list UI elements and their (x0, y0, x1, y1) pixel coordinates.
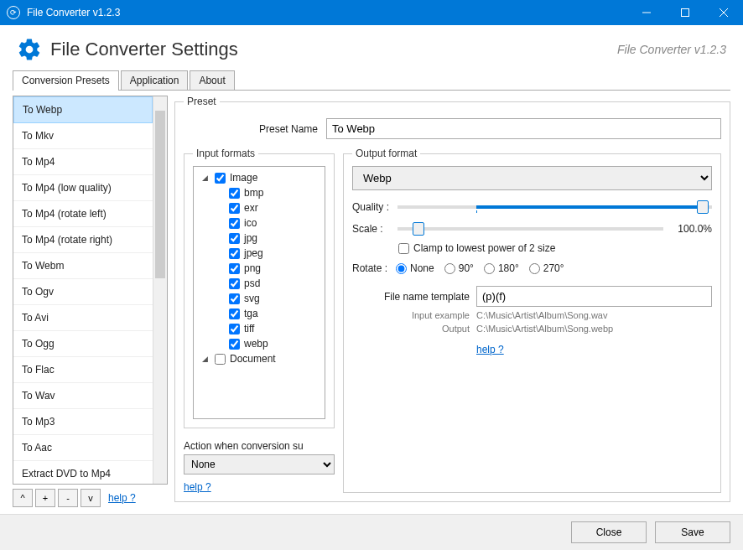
tree-checkbox[interactable] (229, 324, 240, 334)
rotate-option[interactable]: 180° (484, 262, 519, 274)
add-preset-button[interactable]: + (35, 489, 55, 507)
action-select[interactable]: None (184, 454, 335, 474)
input-example-label: Input example (352, 310, 470, 320)
preset-item[interactable]: To Mp4 (13, 149, 153, 175)
tree-item[interactable]: psd (197, 276, 321, 291)
preset-list-help-link[interactable]: help ? (108, 492, 136, 504)
scale-slider[interactable] (397, 220, 663, 237)
action-label: Action when conversion su (184, 440, 335, 452)
filename-template-input[interactable] (476, 286, 712, 307)
preset-item[interactable]: To Ogv (13, 279, 153, 305)
tree-checkbox[interactable] (229, 339, 240, 350)
tree-group[interactable]: ◢ Document (197, 351, 321, 366)
tree-checkbox[interactable] (229, 309, 240, 319)
scale-label: Scale : (352, 223, 391, 235)
version-label: File Converter v1.2.3 (617, 43, 726, 56)
window-title: File Converter v1.2.3 (27, 7, 120, 18)
preset-item[interactable]: To Flac (13, 357, 153, 383)
preset-item[interactable]: To Mp3 (13, 409, 153, 435)
tree-checkbox[interactable] (229, 233, 240, 244)
rotate-label: Rotate : (352, 262, 387, 274)
input-formats-help-link[interactable]: help ? (184, 481, 335, 493)
clamp-label: Clamp to lowest power of 2 size (413, 242, 555, 254)
tree-item[interactable]: jpeg (197, 246, 321, 261)
tree-checkbox[interactable] (229, 218, 240, 229)
tree-item[interactable]: ico (197, 215, 321, 231)
gear-icon (17, 37, 42, 62)
preset-item[interactable]: To Webp (13, 96, 153, 123)
tree-item[interactable]: png (197, 261, 321, 276)
save-button[interactable]: Save (655, 521, 730, 543)
preset-legend: Preset (184, 96, 220, 107)
tree-checkbox[interactable] (215, 354, 226, 365)
tab-application[interactable]: Application (121, 70, 189, 90)
rotate-option[interactable]: 90° (444, 262, 474, 274)
output-format-panel: Output format Webp Quality : (343, 148, 721, 493)
output-example-value: C:\Music\Artist\Album\Song.webp (476, 324, 613, 334)
preset-panel: Preset Preset Name Input formats ◢ Image… (174, 96, 730, 502)
page-title: File Converter Settings (50, 39, 238, 60)
preset-item[interactable]: To Mp4 (rotate left) (13, 201, 153, 227)
preset-item[interactable]: To Avi (13, 305, 153, 331)
input-formats-panel: Input formats ◢ Image bmp exr ico jpg jp… (184, 148, 335, 428)
close-window-button[interactable] (704, 0, 743, 25)
rotate-option[interactable]: None (396, 262, 434, 274)
close-button[interactable]: Close (571, 521, 647, 543)
scale-value: 100.0% (670, 223, 712, 235)
tree-checkbox[interactable] (229, 248, 240, 259)
preset-item[interactable]: To Mkv (13, 123, 153, 149)
tree-checkbox[interactable] (215, 173, 226, 184)
tab-conversion-presets[interactable]: Conversion Presets (13, 70, 119, 90)
preset-list[interactable]: To WebpTo MkvTo Mp4To Mp4 (low quality)T… (13, 96, 168, 485)
move-up-button[interactable]: ^ (13, 489, 33, 507)
filename-template-label: File name template (352, 291, 470, 303)
tree-checkbox[interactable] (229, 188, 240, 199)
output-format-legend: Output format (352, 148, 420, 159)
tree-item[interactable]: bmp (197, 185, 321, 200)
tree-item[interactable]: svg (197, 291, 321, 306)
preset-item[interactable]: To Aac (13, 435, 153, 461)
output-format-select[interactable]: Webp (352, 166, 712, 190)
move-down-button[interactable]: v (81, 489, 101, 507)
tree-checkbox[interactable] (229, 278, 240, 289)
preset-item[interactable]: To Mp4 (low quality) (13, 175, 153, 201)
tree-checkbox[interactable] (229, 263, 240, 274)
tree-item[interactable]: tga (197, 306, 321, 321)
footer: Close Save (0, 514, 743, 550)
output-example-label: Output (352, 324, 470, 334)
tree-item[interactable]: jpg (197, 231, 321, 246)
tree-group[interactable]: ◢ Image (197, 170, 321, 185)
tree-checkbox[interactable] (229, 203, 240, 214)
minimize-button[interactable] (627, 0, 666, 25)
input-example-value: C:\Music\Artist\Album\Song.wav (476, 310, 608, 320)
preset-name-input[interactable] (326, 118, 721, 139)
preset-item[interactable]: To Mp4 (rotate right) (13, 227, 153, 253)
tabs: Conversion Presets Application About (13, 70, 730, 91)
tree-item[interactable]: webp (197, 336, 321, 351)
titlebar: ⟳ File Converter v1.2.3 (0, 0, 743, 25)
remove-preset-button[interactable]: - (58, 489, 78, 507)
preset-item[interactable]: To Ogg (13, 331, 153, 357)
app-icon: ⟳ (7, 6, 20, 19)
clamp-checkbox[interactable] (398, 243, 409, 254)
input-formats-legend: Input formats (193, 148, 258, 159)
quality-label: Quality : (352, 201, 391, 213)
input-formats-tree[interactable]: ◢ Image bmp exr ico jpg jpeg png psd svg… (193, 166, 325, 419)
preset-item[interactable]: To Wav (13, 383, 153, 409)
filename-help-link[interactable]: help ? (476, 344, 504, 355)
preset-item[interactable]: To Webm (13, 253, 153, 279)
maximize-button[interactable] (666, 0, 704, 25)
tree-checkbox[interactable] (229, 293, 240, 304)
tree-item[interactable]: tiff (197, 321, 321, 336)
quality-slider[interactable] (397, 199, 712, 215)
rotate-option[interactable]: 270° (529, 262, 564, 274)
tab-about[interactable]: About (190, 70, 234, 90)
preset-name-label: Preset Name (184, 123, 318, 135)
scrollbar[interactable] (153, 96, 167, 484)
header: File Converter Settings File Converter v… (0, 25, 743, 70)
preset-item[interactable]: Extract DVD to Mp4 (13, 461, 153, 484)
tree-item[interactable]: exr (197, 200, 321, 215)
svg-rect-1 (682, 9, 689, 17)
